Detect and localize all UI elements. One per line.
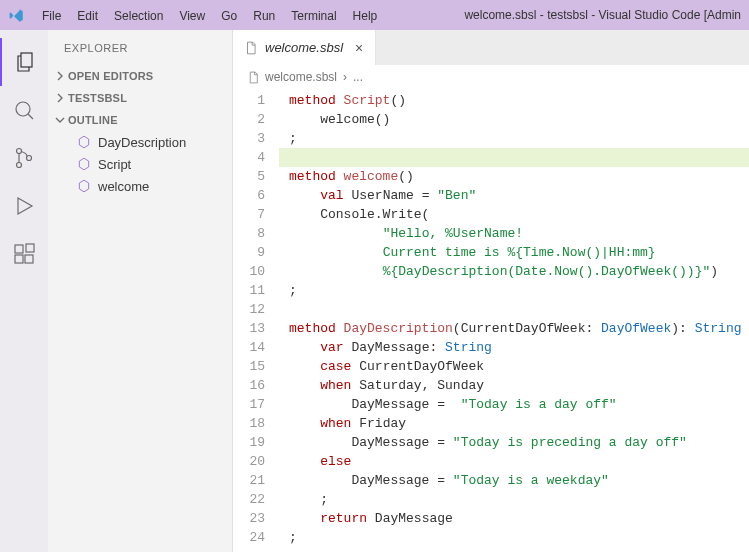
svg-point-3	[17, 163, 22, 168]
line-numbers: 123456789101112131415161718192021222324	[233, 89, 279, 552]
line-number: 7	[233, 205, 265, 224]
line-number: 19	[233, 433, 265, 452]
symbol-method-icon	[76, 178, 92, 194]
sidebar-title: EXPLORER	[48, 30, 232, 65]
outline-item-label: welcome	[98, 179, 149, 194]
line-number: 4	[233, 148, 265, 167]
code-line[interactable]: case CurrentDayOfWeek	[279, 357, 749, 376]
chevron-down-icon	[52, 115, 68, 125]
menu-edit[interactable]: Edit	[69, 5, 106, 27]
line-number: 23	[233, 509, 265, 528]
code-line[interactable]: method DayDescription(CurrentDayOfWeek: …	[279, 319, 749, 338]
code-line[interactable]	[279, 148, 749, 167]
close-icon[interactable]: ×	[351, 40, 367, 56]
chevron-right-icon	[52, 71, 68, 81]
line-number: 18	[233, 414, 265, 433]
breadcrumb-file: welcome.sbsl	[265, 70, 337, 84]
code-line[interactable]: DayMessage = "Today is preceding a day o…	[279, 433, 749, 452]
code-line[interactable]: %{DayDescription(Date.Now().DayOfWeek())…	[279, 262, 749, 281]
symbol-method-icon	[76, 156, 92, 172]
code-line[interactable]: method Script()	[279, 91, 749, 110]
explorer-icon[interactable]	[0, 38, 48, 86]
menu-run[interactable]: Run	[245, 5, 283, 27]
menu-bar: FileEditSelectionViewGoRunTerminalHelp	[34, 8, 385, 23]
line-number: 9	[233, 243, 265, 262]
line-number: 16	[233, 376, 265, 395]
breadcrumb[interactable]: welcome.sbsl › ...	[233, 65, 749, 89]
line-number: 10	[233, 262, 265, 281]
source-control-icon[interactable]	[0, 134, 48, 182]
code-line[interactable]: var DayMessage: String	[279, 338, 749, 357]
section-label: OPEN EDITORS	[68, 70, 153, 82]
main-area: EXPLORER OPEN EDITORSTESTSBSLOUTLINEDayD…	[0, 30, 749, 552]
code-line[interactable]: ;	[279, 490, 749, 509]
line-number: 5	[233, 167, 265, 186]
line-number: 13	[233, 319, 265, 338]
line-number: 2	[233, 110, 265, 129]
tab-label: welcome.sbsl	[265, 40, 343, 55]
code-line[interactable]: DayMessage = "Today is a weekday"	[279, 471, 749, 490]
menu-file[interactable]: File	[34, 5, 69, 27]
code-line[interactable]: else	[279, 452, 749, 471]
line-number: 11	[233, 281, 265, 300]
section-testsbsl[interactable]: TESTSBSL	[48, 87, 232, 109]
code-line[interactable]: "Hello, %UserName!	[279, 224, 749, 243]
line-number: 1	[233, 91, 265, 110]
code-editor[interactable]: 123456789101112131415161718192021222324 …	[233, 89, 749, 552]
code-content[interactable]: method Script() welcome();method welcome…	[279, 89, 749, 552]
section-outline[interactable]: OUTLINE	[48, 109, 232, 131]
breadcrumb-sep: ›	[343, 70, 347, 84]
menu-help[interactable]: Help	[345, 5, 386, 27]
code-line[interactable]: when Friday	[279, 414, 749, 433]
menu-selection[interactable]: Selection	[106, 5, 171, 27]
line-number: 8	[233, 224, 265, 243]
code-line[interactable]: val UserName = "Ben"	[279, 186, 749, 205]
run-debug-icon[interactable]	[0, 182, 48, 230]
code-line[interactable]: ;	[279, 281, 749, 300]
code-line[interactable]: DayMessage = "Today is a day off"	[279, 395, 749, 414]
outline-item-welcome[interactable]: welcome	[48, 175, 232, 197]
window-title: welcome.sbsl - testsbsl - Visual Studio …	[464, 8, 741, 22]
section-label: TESTSBSL	[68, 92, 127, 104]
vscode-logo-icon	[8, 7, 24, 23]
menu-go[interactable]: Go	[213, 5, 245, 27]
file-icon	[245, 69, 261, 85]
code-line[interactable]: Console.Write(	[279, 205, 749, 224]
line-number: 12	[233, 300, 265, 319]
menu-view[interactable]: View	[171, 5, 213, 27]
svg-rect-8	[26, 244, 34, 252]
outline-item-script[interactable]: Script	[48, 153, 232, 175]
outline-item-label: Script	[98, 157, 131, 172]
code-line[interactable]	[279, 300, 749, 319]
editor-tabs: welcome.sbsl ×	[233, 30, 749, 65]
tab-welcome-sbsl[interactable]: welcome.sbsl ×	[233, 30, 376, 65]
svg-point-1	[16, 102, 30, 116]
code-line[interactable]: method welcome()	[279, 167, 749, 186]
code-line[interactable]: welcome()	[279, 110, 749, 129]
symbol-method-icon	[76, 134, 92, 150]
code-line[interactable]: when Saturday, Sunday	[279, 376, 749, 395]
chevron-right-icon	[52, 93, 68, 103]
editor-area: welcome.sbsl × welcome.sbsl › ... 123456…	[233, 30, 749, 552]
code-line[interactable]: ;	[279, 528, 749, 547]
code-line[interactable]: ;	[279, 129, 749, 148]
svg-point-2	[17, 149, 22, 154]
section-open-editors[interactable]: OPEN EDITORS	[48, 65, 232, 87]
extensions-icon[interactable]	[0, 230, 48, 278]
search-icon[interactable]	[0, 86, 48, 134]
svg-rect-6	[15, 255, 23, 263]
svg-rect-7	[25, 255, 33, 263]
code-line[interactable]: return DayMessage	[279, 509, 749, 528]
file-icon	[243, 40, 259, 56]
outline-item-daydescription[interactable]: DayDescription	[48, 131, 232, 153]
line-number: 17	[233, 395, 265, 414]
activity-bar	[0, 30, 48, 552]
menu-terminal[interactable]: Terminal	[283, 5, 344, 27]
code-line[interactable]: Current time is %{Time.Now()|HH:mm}	[279, 243, 749, 262]
line-number: 22	[233, 490, 265, 509]
breadcrumb-rest: ...	[353, 70, 363, 84]
line-number: 21	[233, 471, 265, 490]
line-number: 14	[233, 338, 265, 357]
line-number: 3	[233, 129, 265, 148]
line-number: 20	[233, 452, 265, 471]
